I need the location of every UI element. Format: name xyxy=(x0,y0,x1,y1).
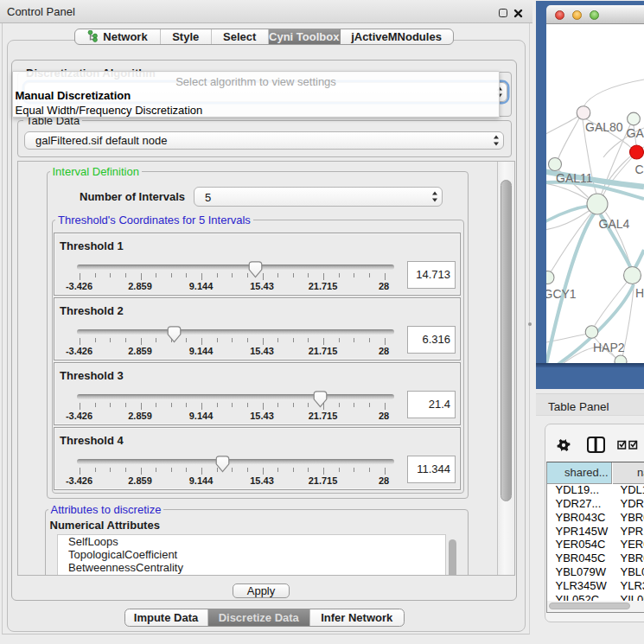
svg-text:GAL80: GAL80 xyxy=(585,120,623,134)
svg-text:GAL11: GAL11 xyxy=(556,171,593,185)
svg-text:HAP2: HAP2 xyxy=(593,341,625,354)
svg-text:GCY1: GCY1 xyxy=(546,287,577,301)
svg-text:GAL: GAL xyxy=(627,126,644,140)
svg-text:H: H xyxy=(635,286,644,300)
svg-text:C: C xyxy=(635,163,644,176)
svg-text:GAL4: GAL4 xyxy=(599,217,630,231)
